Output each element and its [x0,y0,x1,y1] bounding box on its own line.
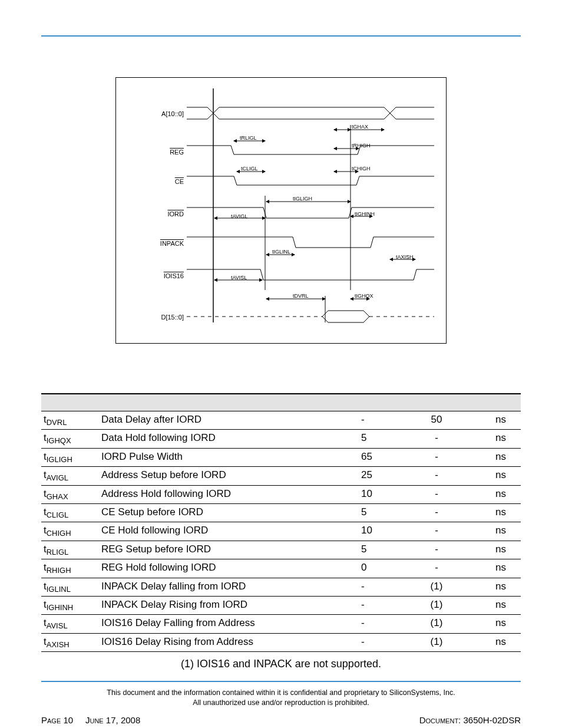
param-description: Data Delay after IORD [99,411,359,430]
timing-diagram-figure: A[10::0] REG CE IORD INPACK IOIS16 D[15:… [41,45,521,375]
param-symbol: tAXISH [41,633,99,651]
param-unit: ns [468,559,521,578]
footer-date-month: June [85,715,104,725]
page-footer: Page 10 June 17, 2008 Document: 3650H-02… [41,715,521,725]
timing-label: tAVIGL [231,213,247,219]
param-max: - [405,430,468,448]
table-row: tIGLIGHIORD Pulse Width65-ns [41,448,521,466]
table-header-band [41,394,521,411]
table-row: tRHIGHREG Hold following IORD0-ns [41,559,521,578]
param-symbol: tIGHQX [41,430,99,448]
table-row: tDVRLData Delay after IORD-50ns [41,411,521,430]
timing-label: tAVISL [231,275,247,281]
table-row: tGHAXAddress Hold following IORD10-ns [41,485,521,503]
timing-label: tAXISH [396,254,414,260]
param-min: 0 [359,559,405,578]
table-row: tIGLINLINPACK Delay falling from IORD-(1… [41,578,521,596]
param-max: - [405,448,468,466]
footer-date-rest: 17, 2008 [106,715,140,725]
timing-label: tCLIGL [241,166,258,172]
parameter-table-block: tDVRLData Delay after IORD-50nstIGHQXDat… [41,393,521,674]
param-description: CE Hold following IORD [99,522,359,541]
timing-label: tIGLIGH [293,196,312,202]
param-description: IOIS16 Delay Falling from Address [99,615,359,633]
param-symbol: tIGHINH [41,596,99,614]
param-description: Data Hold following IORD [99,430,359,448]
footer-rule [41,681,521,682]
param-max: - [405,503,468,522]
timing-diagram-box: A[10::0] REG CE IORD INPACK IOIS16 D[15:… [115,77,447,344]
param-min: - [359,596,405,614]
param-max: 50 [405,411,468,430]
timing-label: tGHAX [352,124,368,130]
param-max: - [405,467,468,485]
param-description: Address Setup before IORD [99,467,359,485]
param-unit: ns [468,467,521,485]
table-footnote: (1) IOIS16 and INPACK are not supported. [41,652,521,674]
param-description: IOIS16 Delay Rising from Address [99,633,359,651]
param-description: INPACK Delay falling from IORD [99,578,359,596]
document-page: A[10::0] REG CE IORD INPACK IOIS16 D[15:… [0,0,562,728]
param-min: - [359,633,405,651]
param-symbol: tRLIGL [41,541,99,559]
param-max: - [405,559,468,578]
timing-label: tRHIGH [352,143,371,149]
param-description: CE Setup before IORD [99,503,359,522]
param-min: 5 [359,503,405,522]
footer-page-number: 10 [63,715,73,725]
parameter-table: tDVRLData Delay after IORD-50nstIGHQXDat… [41,411,521,652]
param-description: IORD Pulse Width [99,448,359,466]
param-unit: ns [468,541,521,559]
param-unit: ns [468,615,521,633]
param-unit: ns [468,522,521,541]
table-row: tAXISHIOIS16 Delay Rising from Address-(… [41,633,521,651]
timing-label: tRLIGL [240,135,257,141]
param-symbol: tGHAX [41,485,99,503]
param-description: Address Hold following IORD [99,485,359,503]
footer-doc-id: : 3650H-02DSR [458,715,521,725]
svg-line-36 [414,269,416,280]
svg-line-34 [260,269,263,280]
param-max: (1) [405,596,468,614]
param-min: 5 [359,430,405,448]
footer-page: Page 10 June 17, 2008 [41,715,140,725]
param-max: (1) [405,633,468,651]
param-unit: ns [468,633,521,651]
timing-label: tIGHINH [355,211,375,217]
svg-line-19 [356,176,359,185]
table-row: tRLIGLREG Setup before IORD5-ns [41,541,521,559]
timing-label: tCHIGH [352,166,371,172]
param-max: (1) [405,578,468,596]
param-unit: ns [468,596,521,614]
timing-label: tIGLINL [272,249,290,255]
svg-line-12 [231,146,234,154]
table-row: tCLIGLCE Setup before IORD5-ns [41,503,521,522]
param-unit: ns [468,411,521,430]
param-symbol: tCHIGH [41,522,99,541]
timing-label: tDVRL [293,293,309,299]
param-max: (1) [405,615,468,633]
param-description: INPACK Delay Rising from IORD [99,596,359,614]
table-row: tCHIGHCE Hold following IORD10-ns [41,522,521,541]
param-min: - [359,615,405,633]
param-min: 5 [359,541,405,559]
svg-line-17 [234,176,237,185]
svg-line-31 [371,237,373,248]
param-unit: ns [468,578,521,596]
param-min: 10 [359,485,405,503]
param-min: 65 [359,448,405,466]
param-min: - [359,411,405,430]
param-symbol: tRHIGH [41,559,99,578]
table-row: tIGHQXData Hold following IORD5-ns [41,430,521,448]
param-unit: ns [468,448,521,466]
param-min: 25 [359,467,405,485]
param-unit: ns [468,430,521,448]
param-symbol: tIGLINL [41,578,99,596]
param-max: - [405,541,468,559]
param-symbol: tAVISL [41,615,99,633]
param-symbol: tIGLIGH [41,448,99,466]
param-description: REG Hold following IORD [99,559,359,578]
param-min: - [359,578,405,596]
param-max: - [405,485,468,503]
param-min: 10 [359,522,405,541]
